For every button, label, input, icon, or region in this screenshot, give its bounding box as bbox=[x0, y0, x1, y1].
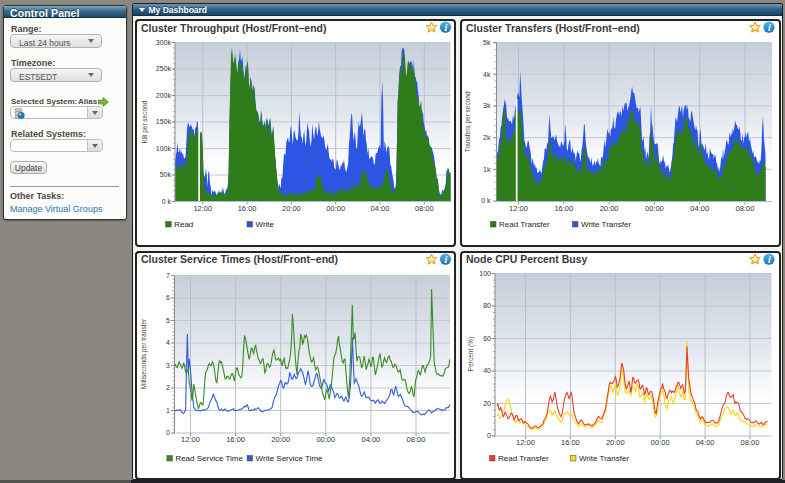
svg-text:20:00: 20:00 bbox=[599, 204, 618, 213]
svg-text:60: 60 bbox=[483, 335, 491, 342]
svg-text:200k: 200k bbox=[156, 92, 172, 99]
svg-text:Cluster Service Times (Host/Fr: Cluster Service Times (Host/Front–end) bbox=[141, 253, 338, 265]
svg-text:00:00: 00:00 bbox=[650, 438, 669, 447]
svg-text:0: 0 bbox=[487, 432, 491, 439]
svg-text:0: 0 bbox=[166, 429, 170, 436]
svg-text:Write Transfer: Write Transfer bbox=[581, 220, 631, 229]
svg-text:2: 2 bbox=[166, 384, 170, 391]
svg-text:Node CPU Percent Busy: Node CPU Percent Busy bbox=[466, 253, 588, 265]
svg-text:16:00: 16:00 bbox=[554, 204, 573, 213]
svg-text:20: 20 bbox=[483, 400, 491, 407]
svg-text:Write Transfer: Write Transfer bbox=[579, 454, 629, 463]
svg-text:i: i bbox=[444, 254, 447, 265]
svg-text:Write: Write bbox=[256, 220, 275, 229]
svg-text:0 k: 0 k bbox=[162, 198, 172, 205]
svg-text:20:00: 20:00 bbox=[271, 435, 290, 444]
svg-text:20:00: 20:00 bbox=[605, 438, 624, 447]
svg-text:4k: 4k bbox=[483, 71, 491, 78]
svg-text:7: 7 bbox=[166, 272, 170, 279]
svg-text:00:00: 00:00 bbox=[326, 204, 345, 213]
svg-text:08:00: 08:00 bbox=[407, 435, 426, 444]
svg-text:2k: 2k bbox=[483, 134, 491, 141]
svg-text:16:00: 16:00 bbox=[226, 435, 245, 444]
svg-text:00:00: 00:00 bbox=[645, 204, 664, 213]
svg-text:04:00: 04:00 bbox=[690, 204, 709, 213]
svg-text:08:00: 08:00 bbox=[415, 204, 434, 213]
svg-text:04:00: 04:00 bbox=[371, 204, 390, 213]
svg-text:16:00: 16:00 bbox=[561, 438, 580, 447]
svg-text:KB per second: KB per second bbox=[141, 100, 149, 143]
svg-text:5: 5 bbox=[166, 317, 170, 324]
svg-text:04:00: 04:00 bbox=[362, 435, 381, 444]
svg-text:Cluster Transfers (Host/Front–: Cluster Transfers (Host/Front–end) bbox=[466, 22, 640, 34]
svg-text:20:00: 20:00 bbox=[282, 204, 301, 213]
svg-text:12:00: 12:00 bbox=[181, 435, 200, 444]
svg-text:80: 80 bbox=[483, 302, 491, 309]
svg-text:Cluster Throughput (Host/Front: Cluster Throughput (Host/Front–end) bbox=[141, 22, 326, 34]
svg-text:04:00: 04:00 bbox=[695, 438, 714, 447]
svg-text:100: 100 bbox=[479, 270, 491, 277]
svg-text:16:00: 16:00 bbox=[238, 204, 257, 213]
svg-text:12:00: 12:00 bbox=[509, 204, 528, 213]
svg-text:Read Service Time: Read Service Time bbox=[175, 454, 243, 463]
svg-text:40: 40 bbox=[483, 367, 491, 374]
svg-text:3: 3 bbox=[166, 362, 170, 369]
svg-text:6: 6 bbox=[166, 294, 170, 301]
svg-text:50k: 50k bbox=[160, 171, 172, 178]
svg-text:08:00: 08:00 bbox=[735, 204, 754, 213]
svg-text:12:00: 12:00 bbox=[193, 204, 212, 213]
svg-text:Read Transfer: Read Transfer bbox=[499, 220, 550, 229]
svg-text:i: i bbox=[767, 22, 770, 33]
svg-text:00:00: 00:00 bbox=[316, 435, 335, 444]
svg-text:i: i bbox=[767, 254, 770, 265]
svg-text:08:00: 08:00 bbox=[740, 438, 759, 447]
svg-text:12:00: 12:00 bbox=[516, 438, 535, 447]
svg-text:Milliseconds per transfer: Milliseconds per transfer bbox=[140, 318, 148, 389]
svg-text:250k: 250k bbox=[156, 65, 172, 72]
svg-text:1: 1 bbox=[166, 407, 170, 414]
svg-text:4: 4 bbox=[166, 339, 170, 346]
svg-text:Read: Read bbox=[174, 220, 193, 229]
svg-text:150k: 150k bbox=[156, 118, 172, 125]
svg-text:i: i bbox=[444, 22, 447, 33]
svg-text:3k: 3k bbox=[483, 102, 491, 109]
svg-text:Percent (%): Percent (%) bbox=[466, 337, 474, 371]
svg-text:Read Transfer: Read Transfer bbox=[498, 454, 549, 463]
svg-text:0 k: 0 k bbox=[481, 197, 491, 204]
svg-text:Write Service Time: Write Service Time bbox=[256, 454, 324, 463]
svg-text:Transfers per second: Transfers per second bbox=[464, 91, 472, 153]
svg-text:300k: 300k bbox=[156, 39, 172, 46]
svg-text:5k: 5k bbox=[483, 39, 491, 46]
svg-text:100k: 100k bbox=[156, 145, 172, 152]
svg-text:1k: 1k bbox=[483, 166, 491, 173]
